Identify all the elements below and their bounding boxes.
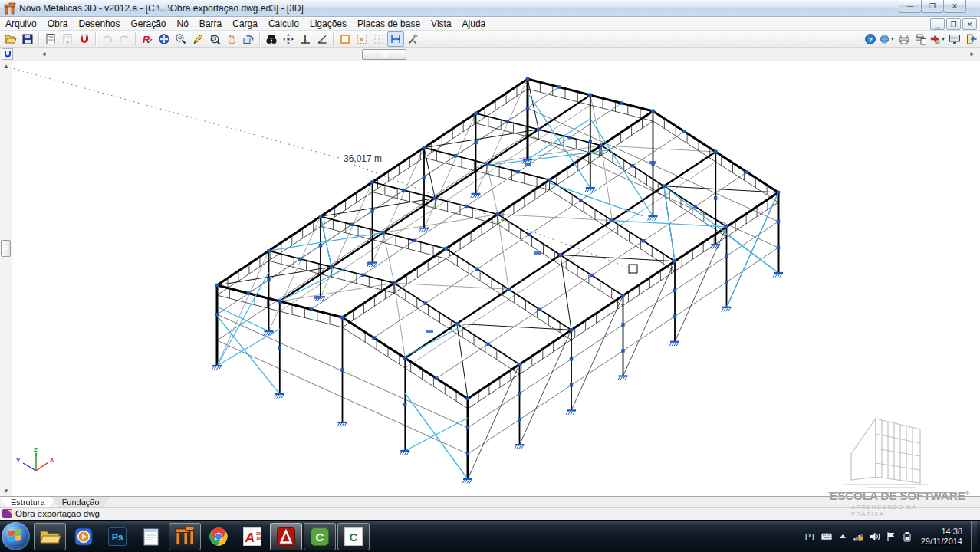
orbit-3d-button[interactable] xyxy=(240,31,257,47)
search-binoculars-button[interactable] xyxy=(263,31,280,47)
menu-arquivo[interactable]: Arquivo xyxy=(0,18,42,30)
mdi-minimize-button[interactable]: ▁ xyxy=(930,18,945,30)
mdi-restore-button[interactable]: ❐ xyxy=(946,18,961,30)
undo-icon xyxy=(101,33,113,45)
print-preview-icon xyxy=(915,33,927,45)
screen-config-button[interactable] xyxy=(946,31,963,47)
search-binoculars-icon xyxy=(265,33,278,45)
close-button[interactable]: ✕ xyxy=(943,0,966,13)
save-button[interactable] xyxy=(19,31,36,47)
language-indicator[interactable]: PT xyxy=(805,532,816,541)
title-bar[interactable]: Novo Metálicas 3D - v2012.a - [C:\...\Ob… xyxy=(0,0,980,17)
taskbar-media-player[interactable] xyxy=(67,523,100,550)
structure-canvas[interactable]: 36,017 mZYX xyxy=(0,61,980,496)
minimize-button[interactable]: — xyxy=(899,0,922,13)
print-preview-button[interactable] xyxy=(913,31,929,47)
snap-magnet-button[interactable] xyxy=(76,31,93,47)
taskbar-notepad[interactable] xyxy=(135,523,167,550)
menu-cálculo[interactable]: Cálculo xyxy=(263,18,304,30)
taskbar-adobe-reader[interactable] xyxy=(270,523,302,550)
scroll-up-arrow[interactable]: ▲ xyxy=(3,63,9,70)
taskbar-explorer[interactable] xyxy=(34,523,66,550)
mdi-close-button[interactable]: ✕ xyxy=(962,18,977,30)
measure-angle-button[interactable] xyxy=(314,31,331,47)
import-dxf-icon: DXFDWG xyxy=(44,33,57,45)
restore-button[interactable]: ❐ xyxy=(921,0,944,13)
flag-icon[interactable] xyxy=(886,531,896,542)
export-dxf-button[interactable]: DXF xyxy=(59,31,76,47)
battery-icon[interactable] xyxy=(902,531,913,542)
web-globe-button[interactable]: ▼ xyxy=(879,31,896,47)
menu-placas-de-base[interactable]: Placas de base xyxy=(352,18,426,30)
menu-obra[interactable]: Obra xyxy=(42,18,74,30)
zoom-extents-button[interactable] xyxy=(156,31,173,47)
tools-hammer-button[interactable] xyxy=(404,31,421,47)
camtasia-recorder-icon: C xyxy=(343,526,364,547)
export-red-button[interactable]: ▼ xyxy=(929,31,946,47)
zoom-window-icon xyxy=(209,33,221,45)
taskbar-autocad[interactable]: A2010 xyxy=(236,523,268,550)
clock[interactable]: 14:38 29/11/2014 xyxy=(921,527,962,547)
taskbar-chrome[interactable] xyxy=(202,523,235,550)
toolbar: DXFDWGDXFRx2?▼▼ xyxy=(0,31,980,48)
scroll-left-arrow[interactable]: ◄ xyxy=(41,51,47,58)
taskbar-photoshop[interactable]: Ps xyxy=(101,523,133,550)
menu-carga[interactable]: Carga xyxy=(227,18,263,30)
redraw-button[interactable]: R xyxy=(139,31,156,47)
svg-text:DWG: DWG xyxy=(48,39,54,42)
edit-pencil-button[interactable] xyxy=(189,31,206,47)
help-button[interactable]: ? xyxy=(862,31,879,47)
photoshop-icon: Ps xyxy=(107,526,128,547)
toolbar-separator xyxy=(95,32,97,46)
scroll-down-arrow[interactable]: ▼ xyxy=(3,488,9,495)
perpendicular-view-icon xyxy=(299,33,311,45)
taskbar-camtasia-recorder[interactable]: C xyxy=(337,523,370,550)
menu-geração[interactable]: Geração xyxy=(125,18,171,30)
open-folder-button[interactable] xyxy=(2,31,19,47)
node-square-button[interactable] xyxy=(337,31,354,47)
view-tabs: EstruturaFundação xyxy=(0,496,980,507)
svg-text:10: 10 xyxy=(256,536,261,540)
magnet-mini-icon[interactable] xyxy=(2,48,13,60)
volume-icon[interactable] xyxy=(870,531,880,542)
show-desktop-button[interactable] xyxy=(971,521,977,552)
hscroll-thumb[interactable] xyxy=(362,49,406,60)
taskbar-camtasia[interactable]: C xyxy=(304,523,336,550)
menu-ligações[interactable]: Ligações xyxy=(304,18,352,30)
print-button[interactable] xyxy=(896,31,913,47)
svg-text:?: ? xyxy=(868,34,873,43)
tab-estrutura[interactable]: Estrutura xyxy=(0,497,56,508)
svg-text:R: R xyxy=(143,34,150,45)
menu-nó[interactable]: Nó xyxy=(172,18,194,30)
menu-vista[interactable]: Vista xyxy=(426,18,456,30)
svg-text:A: A xyxy=(245,531,255,545)
menu-ajuda[interactable]: Ajuda xyxy=(457,18,492,30)
undo-button[interactable] xyxy=(99,31,116,47)
menu-barra[interactable]: Barra xyxy=(194,18,227,30)
exit-door-button[interactable] xyxy=(963,31,980,47)
network-icon[interactable] xyxy=(853,531,864,542)
explorer-icon xyxy=(39,526,61,547)
taskbar-metalicas-3d[interactable] xyxy=(169,523,201,550)
tab-fundação[interactable]: Fundação xyxy=(51,497,110,508)
move-node-icon xyxy=(282,33,294,45)
horizontal-scrollbar[interactable]: ◄ ► xyxy=(0,48,980,61)
grid-button[interactable] xyxy=(370,31,387,47)
node-snap-button[interactable] xyxy=(354,31,370,47)
import-dxf-button[interactable]: DXFDWG xyxy=(42,31,59,47)
hidden-icons-icon[interactable] xyxy=(837,531,848,542)
perpendicular-view-button[interactable] xyxy=(297,31,314,47)
menu-desenhos[interactable]: Desenhos xyxy=(73,18,125,30)
start-button[interactable] xyxy=(2,522,30,550)
keyboard-icon[interactable] xyxy=(821,531,832,542)
vscroll-thumb[interactable] xyxy=(1,240,11,257)
move-node-button[interactable] xyxy=(280,31,297,47)
scroll-right-arrow[interactable]: ► xyxy=(969,51,975,58)
redo-button[interactable] xyxy=(116,31,133,47)
dimensions-button[interactable] xyxy=(387,31,404,47)
vertical-scrollbar[interactable]: ▲ ▼ xyxy=(0,61,12,496)
zoom-x2-button[interactable]: x2 xyxy=(173,31,189,47)
pan-hand-icon xyxy=(225,33,238,45)
zoom-window-button[interactable] xyxy=(206,31,223,47)
pan-hand-button[interactable] xyxy=(223,31,240,47)
